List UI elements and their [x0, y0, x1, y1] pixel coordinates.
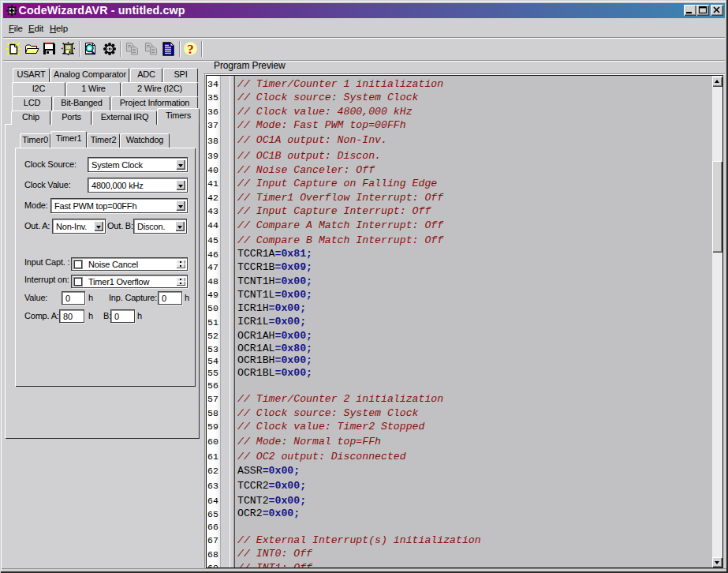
svg-text:?: ?	[187, 42, 194, 56]
